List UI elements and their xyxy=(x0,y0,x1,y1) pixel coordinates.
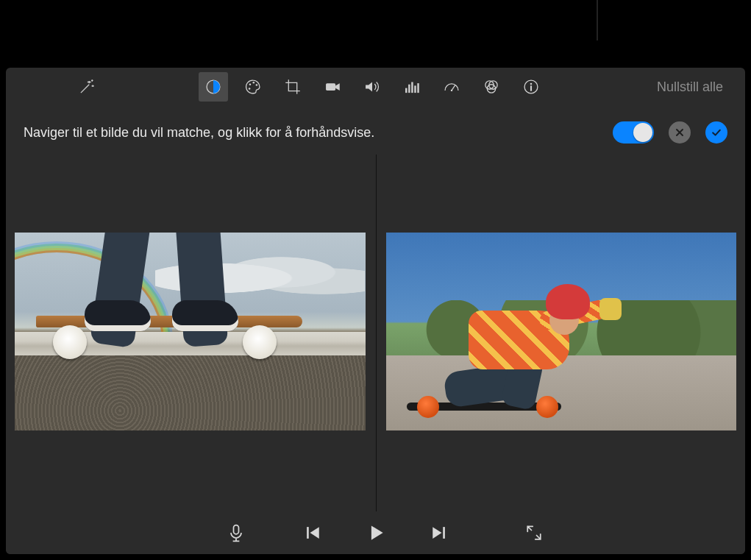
volume-button[interactable] xyxy=(357,72,387,102)
svg-rect-10 xyxy=(417,83,419,93)
next-frame-button[interactable] xyxy=(427,520,452,545)
svg-point-16 xyxy=(530,83,532,85)
color-balance-button[interactable] xyxy=(199,72,228,102)
speed-gauge-icon xyxy=(442,77,461,96)
svg-rect-9 xyxy=(414,85,416,93)
callout-leader-line xyxy=(597,0,598,40)
reference-frame xyxy=(15,233,366,430)
play-button[interactable] xyxy=(363,520,388,545)
crop-icon xyxy=(283,77,302,96)
current-clip-pane[interactable] xyxy=(386,155,737,508)
check-icon xyxy=(711,127,722,138)
current-clip-frame xyxy=(386,233,737,430)
filters-icon xyxy=(482,77,501,96)
crop-button[interactable] xyxy=(278,72,307,102)
next-frame-icon xyxy=(429,522,449,543)
viewer-divider xyxy=(376,155,377,529)
camera-button[interactable] xyxy=(318,72,347,102)
fullscreen-icon xyxy=(524,522,544,543)
fullscreen-button[interactable] xyxy=(522,520,547,545)
svg-rect-7 xyxy=(408,85,410,93)
match-color-bar: Naviger til et bilde du vil matche, og k… xyxy=(6,121,745,144)
reference-pane[interactable] xyxy=(15,155,366,508)
svg-rect-20 xyxy=(443,527,445,539)
transport-bar xyxy=(6,511,745,554)
apply-button[interactable] xyxy=(705,121,727,143)
play-icon xyxy=(366,522,386,543)
reset-all-button[interactable]: Nullstill alle xyxy=(649,75,730,99)
svg-point-11 xyxy=(450,90,452,91)
equalizer-icon xyxy=(402,77,421,96)
svg-point-2 xyxy=(252,82,255,84)
previous-frame-icon xyxy=(302,522,323,543)
microphone-icon xyxy=(226,522,246,543)
svg-point-4 xyxy=(248,88,250,90)
close-icon xyxy=(674,127,686,138)
magic-wand-icon xyxy=(77,77,96,96)
magic-wand-button[interactable] xyxy=(72,72,102,102)
equalizer-button[interactable] xyxy=(397,72,427,102)
svg-rect-18 xyxy=(234,525,239,534)
info-icon xyxy=(522,77,541,96)
svg-rect-17 xyxy=(530,85,531,91)
cancel-button[interactable] xyxy=(669,121,691,143)
speed-button[interactable] xyxy=(437,72,466,102)
color-palette-button[interactable] xyxy=(238,72,268,102)
match-color-toggle[interactable] xyxy=(613,121,654,143)
info-button[interactable] xyxy=(516,72,546,102)
svg-rect-6 xyxy=(405,88,407,93)
camera-icon xyxy=(323,77,342,96)
svg-point-3 xyxy=(255,84,257,86)
viewer-split xyxy=(15,155,736,508)
toggle-knob xyxy=(633,123,652,142)
instruction-text: Naviger til et bilde du vil matche, og k… xyxy=(24,125,613,141)
svg-rect-19 xyxy=(307,527,309,539)
color-palette-icon xyxy=(243,77,263,96)
svg-point-1 xyxy=(249,83,251,85)
inspector-panel: Nullstill alle Naviger til et bilde du v… xyxy=(6,68,745,554)
volume-icon xyxy=(363,77,382,96)
previous-frame-button[interactable] xyxy=(300,520,325,545)
adjustments-toolbar: Nullstill alle xyxy=(6,68,745,106)
color-balance-icon xyxy=(204,77,223,96)
record-voiceover-button[interactable] xyxy=(224,520,249,545)
svg-rect-5 xyxy=(326,83,335,91)
svg-rect-8 xyxy=(411,82,413,93)
filters-button[interactable] xyxy=(477,72,506,102)
